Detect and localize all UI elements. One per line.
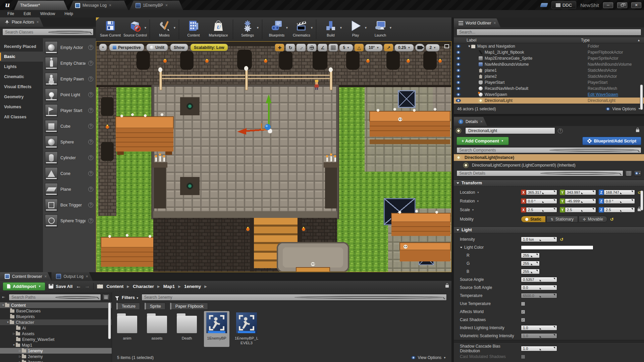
list-item-player-start[interactable]: Player Start?	[43, 103, 96, 118]
modes-button[interactable]: Modes ▼	[152, 17, 177, 41]
help-icon[interactable]: ?	[88, 218, 93, 223]
mobility-static-button[interactable]: Static	[521, 216, 546, 223]
rotation-y-field[interactable]: Y-45.999996 °	[560, 198, 596, 204]
scale-snap-value[interactable]: 0.25▼	[394, 44, 414, 52]
close-icon[interactable]: ×	[37, 20, 39, 24]
help-icon[interactable]: ?	[88, 108, 93, 113]
close-icon[interactable]: ×	[480, 119, 483, 124]
scalability-warning-button[interactable]: Scalability: Low	[190, 44, 228, 51]
mobility-stationary-button[interactable]: ⇅Stationary	[546, 216, 578, 223]
outliner-row[interactable]: plane1 StaticMeshActor	[454, 67, 644, 73]
outliner-search-input[interactable]: Search...	[457, 29, 641, 36]
blueprints-button[interactable]: Blueprints ▼	[264, 17, 289, 41]
visibility-eye-icon[interactable]	[456, 93, 461, 96]
viewport-mode-button[interactable]: Perspective	[109, 44, 144, 51]
drag-spinner-icon[interactable]	[542, 191, 555, 194]
light-color-swatch[interactable]	[521, 245, 593, 250]
help-icon[interactable]: ?	[558, 128, 563, 133]
viewport-scene[interactable]	[96, 42, 451, 272]
help-icon[interactable]: ?	[88, 61, 93, 66]
viewport-options-button[interactable]: ▼	[99, 44, 107, 51]
scale-x-field[interactable]: X2.5	[521, 207, 557, 213]
camera-speed-value[interactable]: 2▼	[426, 44, 440, 52]
angle-snap-button[interactable]: △	[354, 44, 364, 52]
close-icon[interactable]: ×	[109, 3, 111, 8]
breadcrumb-map1[interactable]: Map1	[163, 284, 175, 289]
help-icon[interactable]: ?	[88, 76, 93, 81]
camera-speed-button[interactable]	[415, 44, 425, 52]
category-lights[interactable]: Lights	[0, 62, 43, 72]
details-scrollbar[interactable]	[640, 190, 643, 210]
chevron-down-icon[interactable]: ▼	[285, 26, 288, 29]
menu-help[interactable]: Help	[60, 11, 77, 17]
filter-chip-texture[interactable]: Texture	[116, 303, 140, 310]
category-basic[interactable]: Basic	[0, 52, 43, 62]
outliner-row-selected[interactable]: DirectionalLight DirectionalLight	[454, 98, 644, 104]
asset-1enemybp-selected[interactable]: 1EnemyBP	[204, 311, 229, 347]
maximize-viewport-button[interactable]	[444, 44, 449, 48]
marketplace-button[interactable]: U Marketplace	[206, 17, 231, 41]
drag-spinner-icon[interactable]	[531, 270, 538, 273]
view-lit-mode-button[interactable]: Unlit	[146, 44, 168, 51]
window-tab-message-log[interactable]: Message Log ×	[69, 1, 128, 10]
translate-tool-button[interactable]: ✚	[275, 44, 284, 52]
tab-content-browser[interactable]: Content Browser ×	[0, 272, 51, 281]
drag-spinner-icon[interactable]	[620, 199, 633, 203]
edit-wavespawn-link[interactable]: Edit WaveSpawn	[588, 92, 644, 97]
source-control-button[interactable]: Source Control ▼	[123, 17, 148, 41]
tab-world-outliner[interactable]: World Outliner ×	[454, 18, 501, 27]
drag-spinner-icon[interactable]	[531, 262, 538, 265]
filters-button[interactable]: Filters ▼	[122, 295, 139, 300]
outliner-row[interactable]: RecastNavMesh-Default RecastNavMesh	[454, 85, 644, 92]
drag-spinner-icon[interactable]	[581, 191, 594, 194]
search-components-input[interactable]: Search Components	[457, 147, 641, 153]
angle-snap-value[interactable]: 10°▼	[365, 44, 383, 52]
restore-button[interactable]	[617, 2, 627, 8]
mobility-movable-button[interactable]: ✣Movable	[579, 216, 607, 223]
level-viewport[interactable]: ▼ Perspective Unlit Show Scalability: Lo…	[96, 41, 451, 272]
help-icon[interactable]: ?	[88, 155, 93, 160]
tree-item-2enemy[interactable]: ▷2enemy	[0, 354, 112, 359]
rotation-label[interactable]: Rotation▼	[454, 199, 521, 203]
list-item-empty-pawn[interactable]: Empty Pawn?	[43, 71, 96, 87]
asset-folder-anim[interactable]: anim	[114, 311, 140, 347]
add-component-button[interactable]: + Add Component▼	[457, 137, 509, 145]
reset-to-default-icon[interactable]: ↺	[610, 217, 614, 222]
list-item-empty-actor[interactable]: Empty Actor?	[43, 40, 96, 55]
content-button[interactable]: Content	[181, 17, 206, 41]
reset-to-default-icon[interactable]: ↺	[560, 237, 564, 242]
tree-item-blueprints[interactable]: Blueprints	[0, 314, 112, 319]
affects-world-checkbox[interactable]	[521, 310, 525, 314]
tree-collapse-icon[interactable]: ⇤	[2, 295, 7, 300]
use-temperature-checkbox[interactable]	[521, 302, 525, 306]
search-classes-input[interactable]: Search Classes	[2, 28, 94, 36]
filter-chip-sprite[interactable]: Sprite	[145, 303, 165, 310]
drag-spinner-icon[interactable]	[581, 208, 594, 212]
menu-file[interactable]: File	[3, 11, 18, 17]
property-matrix-button[interactable]	[625, 170, 632, 176]
list-item-empty-character[interactable]: Empty Charac?	[43, 55, 96, 71]
expand-arrow-icon[interactable]: ▼	[1, 304, 5, 307]
list-item-cone[interactable]: Cone?	[43, 166, 96, 181]
tab-output-log[interactable]: Output Log ×	[51, 272, 93, 281]
tree-item-content[interactable]: ▼Content	[0, 302, 112, 308]
list-item-cube[interactable]: Cube?	[43, 118, 96, 134]
intensity-field[interactable]: 1.0 lux	[521, 237, 557, 242]
help-icon[interactable]: ?	[88, 187, 93, 192]
component-row[interactable]: DirectionalLightComponent (LightComponen…	[454, 162, 644, 169]
build-button[interactable]: Build ▼	[318, 17, 343, 41]
unreal-logo-icon[interactable]: u	[2, 1, 12, 9]
expand-arrow-icon[interactable]: ▼	[12, 344, 16, 347]
visibility-eye-icon[interactable]	[456, 75, 461, 78]
source-angle-field[interactable]: 0.5357	[521, 277, 557, 282]
expand-arrow-icon[interactable]: ▷	[18, 349, 22, 352]
rotation-x-field[interactable]: X0.0 °	[521, 198, 557, 204]
outliner-row[interactable]: PlayerStart PlayerStart	[454, 79, 644, 85]
category-geometry[interactable]: Geometry	[0, 92, 43, 102]
category-visual-effects[interactable]: Visual Effects	[0, 82, 43, 92]
column-type[interactable]: Type	[581, 38, 637, 43]
search-details-input[interactable]: Search Details	[457, 170, 623, 176]
play-button[interactable]: Play ▼	[343, 17, 368, 41]
back-button[interactable]: ←	[76, 283, 81, 289]
category-volumes[interactable]: Volumes	[0, 102, 43, 112]
